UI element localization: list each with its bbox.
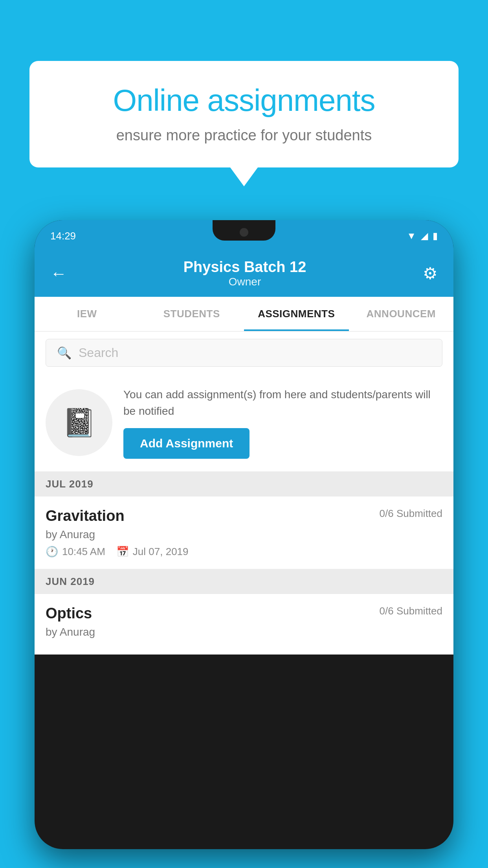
status-time: 14:29 bbox=[50, 230, 76, 242]
search-bar[interactable]: 🔍 Search bbox=[46, 339, 442, 367]
battery-icon: ▮ bbox=[433, 230, 438, 241]
header-title-group: Physics Batch 12 Owner bbox=[183, 259, 306, 288]
wifi-icon: ▼ bbox=[407, 230, 416, 241]
promo-icon-circle: 📓 bbox=[46, 389, 112, 456]
assignment-submitted-optics: 0/6 Submitted bbox=[380, 605, 442, 617]
assignment-item-optics[interactable]: Optics 0/6 Submitted by Anurag bbox=[35, 594, 453, 655]
search-placeholder: Search bbox=[79, 346, 118, 360]
assignment-title-gravitation: Gravitation bbox=[46, 508, 125, 524]
tab-announcements[interactable]: ANNOUNCEM bbox=[349, 297, 454, 331]
assignment-item-gravitation[interactable]: Gravitation 0/6 Submitted by Anurag 🕐 10… bbox=[35, 497, 453, 569]
camera-notch bbox=[240, 228, 248, 237]
tabs-container: IEW STUDENTS ASSIGNMENTS ANNOUNCEM bbox=[35, 297, 453, 332]
tab-iew[interactable]: IEW bbox=[35, 297, 139, 331]
tab-students[interactable]: STUDENTS bbox=[139, 297, 244, 331]
header-title: Physics Batch 12 bbox=[183, 259, 306, 276]
assignment-top-row: Gravitation 0/6 Submitted bbox=[46, 508, 442, 524]
add-assignment-button[interactable]: Add Assignment bbox=[123, 428, 250, 459]
speech-bubble-container: Online assignments ensure more practice … bbox=[29, 61, 459, 167]
settings-icon[interactable]: ⚙ bbox=[423, 264, 438, 283]
search-bar-container: 🔍 Search bbox=[35, 332, 453, 374]
assignment-submitted-gravitation: 0/6 Submitted bbox=[380, 508, 442, 520]
notebook-icon: 📓 bbox=[62, 406, 96, 439]
promo-description: You can add assignment(s) from here and … bbox=[123, 386, 442, 419]
section-header-jun: JUN 2019 bbox=[35, 569, 453, 594]
tab-assignments[interactable]: ASSIGNMENTS bbox=[244, 297, 349, 331]
speech-bubble-title: Online assignments bbox=[57, 83, 431, 118]
signal-icon: ◢ bbox=[421, 230, 428, 241]
clock-icon: 🕐 bbox=[46, 546, 58, 558]
speech-bubble: Online assignments ensure more practice … bbox=[29, 61, 459, 167]
assignment-meta-gravitation: 🕐 10:45 AM 📅 Jul 07, 2019 bbox=[46, 546, 442, 558]
assignment-by-gravitation: by Anurag bbox=[46, 528, 442, 541]
back-button[interactable]: ← bbox=[50, 264, 67, 283]
phone-wrapper: 14:29 ▼ ◢ ▮ ← Physics Batch 12 Owner ⚙ I… bbox=[35, 220, 453, 868]
assignment-date-gravitation: 📅 Jul 07, 2019 bbox=[116, 546, 189, 558]
add-assignment-promo: 📓 You can add assignment(s) from here an… bbox=[35, 374, 453, 472]
assignment-title-optics: Optics bbox=[46, 605, 92, 622]
calendar-icon: 📅 bbox=[116, 546, 129, 558]
assignment-by-optics: by Anurag bbox=[46, 626, 442, 638]
assignment-date-value: Jul 07, 2019 bbox=[133, 546, 189, 558]
phone-notch bbox=[213, 220, 275, 241]
assignment-time-gravitation: 🕐 10:45 AM bbox=[46, 546, 105, 558]
assignment-time-value: 10:45 AM bbox=[62, 546, 105, 558]
status-bar: 14:29 ▼ ◢ ▮ bbox=[35, 220, 453, 252]
assignment-top-row-optics: Optics 0/6 Submitted bbox=[46, 605, 442, 622]
search-icon: 🔍 bbox=[57, 346, 72, 360]
app-header: ← Physics Batch 12 Owner ⚙ bbox=[35, 252, 453, 297]
speech-bubble-subtitle: ensure more practice for your students bbox=[57, 127, 431, 144]
status-icons: ▼ ◢ ▮ bbox=[407, 230, 438, 241]
promo-content: You can add assignment(s) from here and … bbox=[123, 386, 442, 459]
header-subtitle: Owner bbox=[183, 276, 306, 288]
phone-device: 14:29 ▼ ◢ ▮ ← Physics Batch 12 Owner ⚙ I… bbox=[35, 220, 453, 849]
section-header-jul: JUL 2019 bbox=[35, 472, 453, 497]
